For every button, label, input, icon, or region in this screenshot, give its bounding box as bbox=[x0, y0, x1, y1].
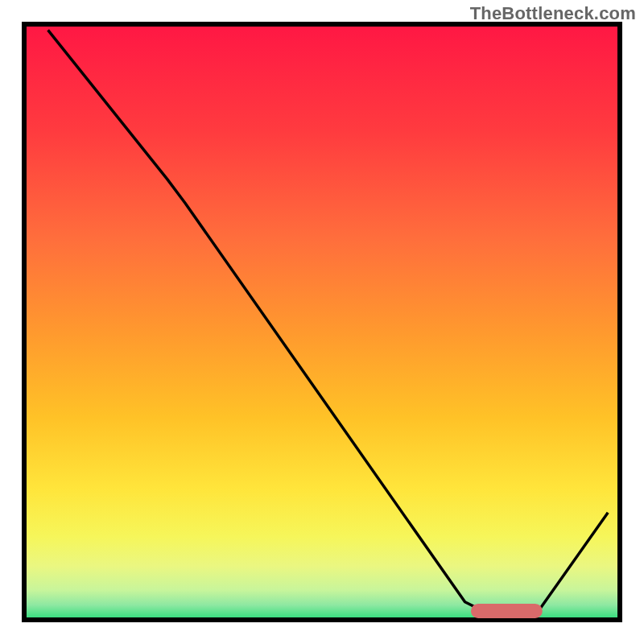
chart-container: TheBottleneck.com bbox=[0, 0, 644, 644]
bottleneck-chart bbox=[0, 0, 644, 644]
attribution-label: TheBottleneck.com bbox=[470, 3, 636, 24]
optimal-marker bbox=[471, 604, 543, 618]
